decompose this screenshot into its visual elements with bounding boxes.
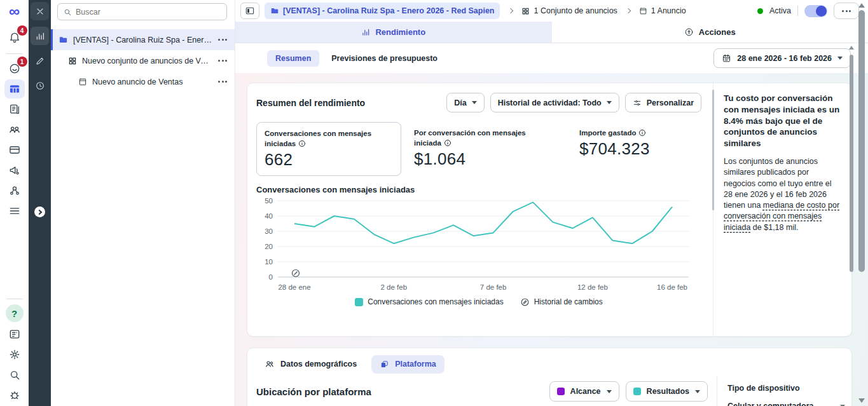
info-icon[interactable] <box>444 139 451 147</box>
pages-nav-button[interactable] <box>4 100 25 119</box>
activity-filter-label: Historial de actividad: Todo <box>498 98 602 107</box>
settings-button[interactable] <box>4 345 25 364</box>
tree-item-campaign[interactable]: [VENTAS] - Carolina Ruiz Spa - Enero 2..… <box>51 29 235 50</box>
tab-performance-label: Rendimiento <box>375 27 425 37</box>
metric-value: $704.323 <box>579 139 650 159</box>
account-alerts-button[interactable]: 1 <box>4 59 25 78</box>
svg-text:7 de feb: 7 de feb <box>480 283 507 291</box>
adset-grid-icon <box>68 57 77 65</box>
inner-scrollbar-thumb[interactable] <box>850 55 853 272</box>
more-options-icon[interactable] <box>217 57 228 64</box>
svg-text:30: 30 <box>265 227 273 235</box>
tab-platform[interactable]: Plataforma <box>371 355 444 374</box>
close-panel-button[interactable] <box>31 2 49 20</box>
customize-button[interactable]: Personalizar <box>625 93 701 112</box>
search-input[interactable] <box>76 8 221 17</box>
insight-body: Los conjuntos de anuncios similares publ… <box>724 156 841 233</box>
audiences-nav-button[interactable] <box>4 120 25 139</box>
meta-logo[interactable]: ∞ <box>9 4 20 19</box>
billing-card-icon <box>8 144 21 156</box>
reach-metric-dropdown[interactable]: Alcance <box>549 381 619 402</box>
edit-view-button[interactable] <box>31 51 49 70</box>
updates-button[interactable] <box>4 325 25 344</box>
inner-scrollbar[interactable] <box>848 46 855 300</box>
results-metric-dropdown[interactable]: Resultados <box>626 381 708 402</box>
more-actions-button[interactable] <box>834 3 859 19</box>
expand-panel-button[interactable] <box>34 206 45 217</box>
metric-label: Conversaciones con mensajes iniciadas <box>265 130 371 147</box>
metric-cost-per-conversation[interactable]: Por conversación con mensajes iniciada $… <box>406 122 561 175</box>
info-icon[interactable] <box>298 140 306 147</box>
history-view-button[interactable] <box>31 76 49 95</box>
subtab-budget-forecast[interactable]: Previsiones de presupuesto <box>323 50 446 67</box>
performance-summary-card: Resumen del rendimiento Día Historial de… <box>247 83 852 337</box>
svg-text:12 de feb: 12 de feb <box>577 283 608 291</box>
metric-conversations[interactable]: Conversaciones con mensajes iniciadas 66… <box>256 122 401 176</box>
platform-chart-section: Ubicación por plataforma Alcance Resulta… <box>256 376 717 406</box>
device-type-select[interactable]: Celular y computadora <box>727 402 845 406</box>
help-icon: ? <box>6 304 24 322</box>
breadcrumb-adset[interactable]: 1 Conjunto de anuncios <box>521 6 617 15</box>
all-tools-button[interactable] <box>4 201 25 220</box>
legend-history-label: Historial de cambios <box>534 297 603 306</box>
notifications-button[interactable]: 4 <box>4 28 25 47</box>
caret-down-icon <box>472 101 477 104</box>
billing-nav-button[interactable] <box>4 140 25 159</box>
day-filter-button[interactable]: Día <box>446 93 484 112</box>
tab-demographics[interactable]: Datos demográficos <box>256 355 365 374</box>
scroll-up-arrow-icon[interactable] <box>858 3 865 8</box>
more-options-icon[interactable] <box>217 78 228 85</box>
network-nodes-icon <box>8 184 21 197</box>
ad-page-icon <box>78 78 87 86</box>
status-controls: Activa <box>757 3 859 19</box>
page-scrollbar-thumb[interactable] <box>858 10 865 272</box>
tab-performance[interactable]: Rendimiento <box>235 22 552 43</box>
bar-chart-icon <box>35 31 45 41</box>
svg-text:16 de feb: 16 de feb <box>657 283 687 291</box>
adset-grid-icon <box>521 7 530 15</box>
chevron-right-icon <box>626 8 631 13</box>
search-button[interactable] <box>4 365 25 384</box>
active-toggle[interactable] <box>804 5 827 17</box>
more-options-icon[interactable] <box>217 36 228 43</box>
breadcrumb-ad[interactable]: 1 Anuncio <box>639 6 686 15</box>
tree-item-ad[interactable]: Nuevo anuncio de Ventas <box>51 71 235 92</box>
tab-demographics-label: Datos demográficos <box>280 360 357 369</box>
toggle-knob <box>816 6 827 17</box>
performance-view-button[interactable] <box>31 27 49 45</box>
panel-scrollbar-thumb[interactable] <box>712 90 714 210</box>
breadcrumb-campaign[interactable]: [VENTAS] - Carolina Ruiz Spa - Enero 202… <box>265 3 500 19</box>
metric-amount-spent[interactable]: Importe gastado $704.323 <box>572 122 658 165</box>
metrics-row: Conversaciones con mensajes iniciadas 66… <box>256 122 701 176</box>
svg-text:2 de feb: 2 de feb <box>381 283 408 291</box>
subtab-summary[interactable]: Resumen <box>267 50 319 67</box>
summary-title: Resumen del rendimiento <box>256 98 365 108</box>
scroll-up-arrow-icon[interactable] <box>849 46 854 50</box>
svg-text:40: 40 <box>265 212 273 220</box>
status-label: Activa <box>769 6 791 15</box>
date-range-picker[interactable]: 28 ene 2026 - 16 feb 2026 <box>713 48 851 68</box>
promotions-nav-button[interactable] <box>4 161 25 180</box>
caret-down-icon <box>607 390 612 393</box>
divider <box>797 6 798 16</box>
scroll-down-arrow-icon[interactable] <box>858 398 865 403</box>
toggle-sidebar-button[interactable] <box>240 3 259 19</box>
activity-history-filter-button[interactable]: Historial de actividad: Todo <box>490 93 619 112</box>
tree-search[interactable] <box>57 3 227 20</box>
clock-icon <box>35 81 45 91</box>
campaigns-nav-button[interactable] <box>4 79 25 98</box>
page-scrollbar[interactable] <box>857 0 867 406</box>
events-nav-button[interactable] <box>4 181 25 200</box>
reach-swatch <box>557 388 565 395</box>
tab-actions[interactable]: Acciones <box>552 22 868 43</box>
sliders-icon <box>633 98 642 107</box>
megaphone-icon <box>8 164 21 177</box>
day-filter-label: Día <box>454 98 466 107</box>
info-icon[interactable] <box>638 129 646 137</box>
side-nav-strip <box>29 0 51 406</box>
gear-icon <box>8 348 21 361</box>
help-button[interactable]: ? <box>4 304 25 323</box>
notifications-badge: 4 <box>17 25 27 36</box>
tree-item-adset[interactable]: Nuevo conjunto de anuncios de Ventas <box>51 50 235 71</box>
report-bug-button[interactable] <box>4 386 25 405</box>
